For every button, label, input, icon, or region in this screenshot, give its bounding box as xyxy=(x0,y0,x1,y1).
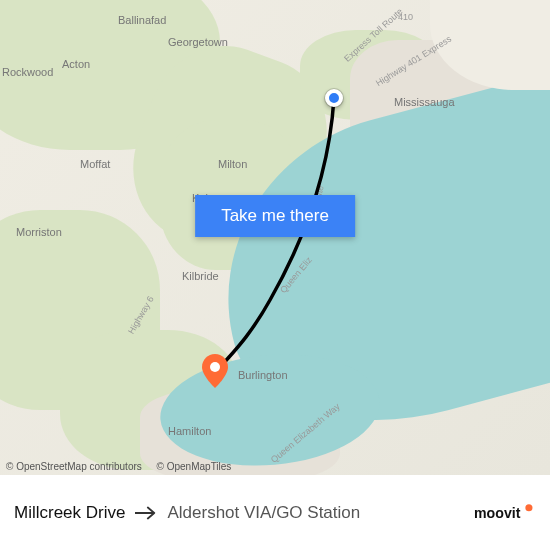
city-label-rockwood: Rockwood xyxy=(2,66,53,78)
pin-icon xyxy=(202,354,228,388)
attribution-omt[interactable]: © OpenMapTiles xyxy=(157,461,232,472)
city-label-milton: Milton xyxy=(218,158,247,170)
arrow-right-icon xyxy=(135,506,157,520)
route-destination-label: Aldershot VIA/GO Station xyxy=(167,503,360,523)
city-label-georgetown: Georgetown xyxy=(168,36,228,48)
city-label-morriston: Morriston xyxy=(16,226,62,238)
destination-marker[interactable] xyxy=(202,354,226,378)
map-attribution: © OpenStreetMap contributors © OpenMapTi… xyxy=(6,461,243,472)
city-label-ballinafad: Ballinafad xyxy=(118,14,166,26)
route-origin-label: Millcreek Drive xyxy=(14,503,125,523)
moovit-logo[interactable]: moovit xyxy=(474,498,536,528)
svg-text:moovit: moovit xyxy=(474,505,521,521)
city-label-hamilton: Hamilton xyxy=(168,425,211,437)
city-label-mississauga: Mississauga xyxy=(394,96,455,108)
route-footer: Millcreek Drive Aldershot VIA/GO Station… xyxy=(0,475,550,550)
origin-marker[interactable] xyxy=(325,89,343,107)
svg-point-0 xyxy=(210,362,220,372)
city-label-acton: Acton xyxy=(62,58,90,70)
city-label-moffat: Moffat xyxy=(80,158,110,170)
route-summary: Millcreek Drive Aldershot VIA/GO Station xyxy=(14,503,360,523)
city-label-burlington: Burlington xyxy=(238,369,288,381)
take-me-there-button[interactable]: Take me there xyxy=(195,195,355,237)
map-viewport[interactable]: Ballinafad Georgetown Acton Rockwood Mis… xyxy=(0,0,550,475)
attribution-osm[interactable]: © OpenStreetMap contributors xyxy=(6,461,142,472)
moovit-logo-icon: moovit xyxy=(474,501,536,525)
svg-point-2 xyxy=(525,504,532,511)
city-label-kilbride: Kilbride xyxy=(182,270,219,282)
